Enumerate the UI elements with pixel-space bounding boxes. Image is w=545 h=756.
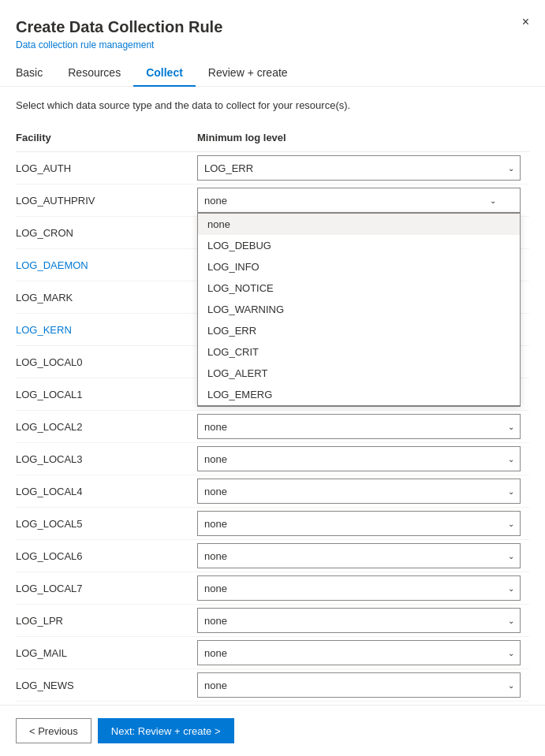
dropdown-cell: none ⌄ [197,572,529,604]
dropdown-option-log-err[interactable]: LOG_ERR [198,320,520,341]
log-local7-dropdown[interactable]: none [197,575,521,601]
dropdown-wrapper: none ⌄ [197,543,521,568]
table-row: LOG_AUTHPRIV none ⌄ none LOG_DEBUG LOG_I… [16,184,529,217]
dropdown-option-log-emerg[interactable]: LOG_EMERG [198,384,520,405]
dropdown-wrapper: none ⌄ [197,640,521,665]
log-authpriv-dropdown-field[interactable]: none ⌄ [197,188,521,213]
table-row: LOG_LOCAL2 none ⌄ [16,411,529,443]
log-local5-dropdown[interactable]: none [197,511,521,536]
log-auth-dropdown[interactable]: LOG_ERR [197,155,521,181]
dialog-header: Create Data Collection Rule Data collect… [0,0,545,50]
facility-label: LOG_AUTHPRIV [16,188,197,213]
dropdown-cell: none ⌄ [197,637,529,668]
tab-basic[interactable]: Basic [16,60,55,87]
dialog: Create Data Collection Rule Data collect… [0,0,545,756]
tab-collect[interactable]: Collect [133,60,196,87]
dropdown-selected-value: none [204,195,227,207]
close-button[interactable]: × [519,13,532,32]
log-local2-dropdown[interactable]: none [197,414,521,439]
table-row: LOG_LOCAL6 none ⌄ [16,540,529,572]
col-facility-header: Facility [16,127,197,148]
dropdown-list: none LOG_DEBUG LOG_INFO LOG_NOTICE LOG_W… [197,213,521,406]
facility-label: LOG_LOCAL7 [16,576,197,601]
tab-review[interactable]: Review + create [196,60,300,87]
tabs-container: Basic Resources Collect Review + create [0,50,545,87]
facility-label: LOG_LOCAL2 [16,415,197,439]
table-row: LOG_LOCAL5 none ⌄ [16,508,529,540]
dropdown-wrapper: none ⌄ [197,672,521,698]
dropdown-option-log-notice[interactable]: LOG_NOTICE [198,277,520,299]
dropdown-cell: LOG_ERR ⌄ [197,152,529,184]
facility-label: LOG_NEWS [16,673,197,698]
dropdown-wrapper: none ⌄ [197,608,521,633]
dropdown-cell: none ⌄ [197,508,529,539]
log-auth-dropdown-wrapper: LOG_ERR ⌄ [197,155,521,181]
facility-label: LOG_LOCAL5 [16,512,197,536]
col-loglevel-header: Minimum log level [197,127,529,148]
dropdown-wrapper: none ⌄ [197,446,521,471]
dropdown-cell: none ⌄ [197,540,529,572]
facility-label: LOG_DAEMON [16,253,197,277]
table-header: Facility Minimum log level [16,124,529,152]
table-row: LOG_LPR none ⌄ [16,605,529,637]
dropdown-cell: none ⌄ none LOG_DEBUG LOG_INFO LOG_NOTIC… [197,184,529,216]
chevron-down-icon: ⌄ [490,196,496,205]
facility-label: LOG_LOCAL3 [16,447,197,471]
dropdown-wrapper: none ⌄ [197,479,521,504]
dropdown-option-none[interactable]: none [198,214,520,235]
dropdown-cell: none ⌄ [197,475,529,507]
dropdown-option-log-alert[interactable]: LOG_ALERT [198,363,520,384]
dropdown-cell: none ⌄ [197,669,529,701]
log-authpriv-dropdown-container: none ⌄ none LOG_DEBUG LOG_INFO LOG_NOTIC… [197,188,521,213]
table-row: LOG_LOCAL3 none ⌄ [16,443,529,475]
table-row: LOG_LOCAL4 none ⌄ [16,475,529,508]
table-row: LOG_MAIL none ⌄ [16,637,529,669]
table-row: LOG_NEWS none ⌄ [16,669,529,702]
dropdown-option-log-info[interactable]: LOG_INFO [198,256,520,277]
tab-resources[interactable]: Resources [55,60,133,87]
facility-label: LOG_LOCAL4 [16,479,197,504]
log-local6-dropdown[interactable]: none [197,543,521,568]
dropdown-wrapper: none ⌄ [197,414,521,439]
log-mail-dropdown[interactable]: none [197,640,521,665]
log-local3-dropdown[interactable]: none [197,446,521,471]
table-row: LOG_LOCAL7 none ⌄ [16,572,529,605]
facility-label: LOG_AUTH [16,156,197,181]
facility-label: LOG_CRON [16,221,197,245]
main-content: Select which data source type and the da… [0,87,545,733]
footer: < Previous Next: Review + create > [0,705,545,756]
dropdown-option-log-crit[interactable]: LOG_CRIT [198,341,520,363]
previous-button[interactable]: < Previous [16,718,91,743]
dropdown-cell: none ⌄ [197,411,529,442]
facility-label: LOG_MAIL [16,641,197,665]
log-news-dropdown[interactable]: none [197,672,521,698]
dropdown-wrapper: none ⌄ [197,575,521,601]
facility-label: LOG_KERN [16,318,197,342]
dialog-title: Create Data Collection Rule [16,16,529,38]
log-local4-dropdown[interactable]: none [197,479,521,504]
dialog-subtitle: Data collection rule management [16,39,529,50]
facility-label: LOG_LPR [16,609,197,633]
dropdown-cell: none ⌄ [197,443,529,475]
facility-label: LOG_LOCAL1 [16,382,197,407]
dropdown-option-log-warning[interactable]: LOG_WARNING [198,299,520,320]
facility-label: LOG_MARK [16,285,197,310]
dropdown-option-log-debug[interactable]: LOG_DEBUG [198,235,520,256]
dropdown-wrapper: none ⌄ [197,511,521,536]
facility-label: LOG_LOCAL0 [16,350,197,374]
dropdown-cell: none ⌄ [197,605,529,636]
description-text: Select which data source type and the da… [16,99,529,111]
log-lpr-dropdown[interactable]: none [197,608,521,633]
table-row: LOG_AUTH LOG_ERR ⌄ [16,152,529,184]
next-button[interactable]: Next: Review + create > [98,718,234,743]
facility-label: LOG_LOCAL6 [16,544,197,568]
